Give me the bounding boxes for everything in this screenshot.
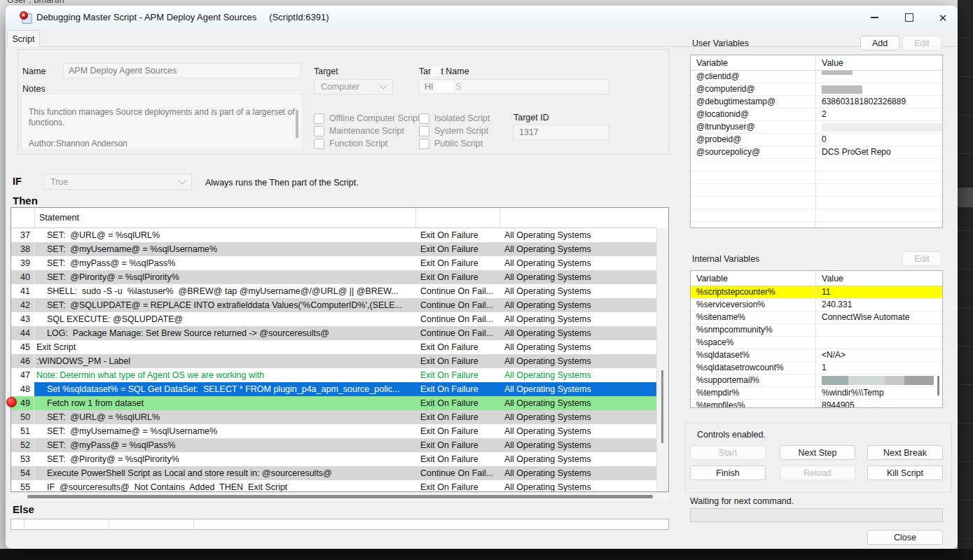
script-step-row-54[interactable]: 54Execute PowerShell Script as Local and… — [11, 466, 657, 480]
step-statement: SET: @myPass@ = %sqlPass% — [34, 256, 415, 270]
variable-row[interactable]: %sqldatasetrowcount%1 — [691, 362, 942, 374]
script-flag-public-script[interactable]: Public Script — [419, 137, 490, 150]
variable-row[interactable]: %tempfiles%8944905 — [691, 400, 942, 408]
finish-button[interactable]: Finish — [690, 465, 766, 480]
add-user-variable-button[interactable]: Add — [860, 36, 899, 50]
script-flag-system-script[interactable]: System Script — [419, 125, 490, 137]
then-horizontal-scrollbar[interactable] — [11, 493, 669, 500]
user-variables-rows: @clientid@@computerid@@debugtimestamp@63… — [691, 71, 942, 228]
next-step-button-label: Next Step — [799, 448, 837, 458]
variable-value: 638603181802326889 — [815, 96, 942, 108]
script-step-row-51[interactable]: 51SET: @myUsername@ = %sqlUsername%Exit … — [11, 424, 657, 438]
script-step-row-39[interactable]: 39SET: @myPass@ = %sqlPass%Exit On Failu… — [11, 256, 657, 270]
script-step-row-37[interactable]: 37SET: @URL@ = %sqlURL%Exit On FailureAl… — [11, 228, 657, 242]
script-step-row-45[interactable]: 45Exit ScriptExit On FailureAll Operatin… — [11, 340, 657, 354]
variable-value — [815, 121, 942, 133]
target-id-field[interactable]: 1317 — [513, 125, 609, 140]
script-step-row-52[interactable]: 52SET: @myPass@ = %sqlPass%Exit On Failu… — [11, 438, 657, 452]
script-flag-isolated-script[interactable]: Isolated Script — [419, 112, 490, 125]
variable-row[interactable]: %scriptstepcounter%11 — [691, 286, 942, 299]
target-name-value-right: S — [456, 82, 462, 92]
variable-name: %snmpcommunity% — [691, 324, 815, 336]
variable-row[interactable]: @sourcepolicy@DCS ProGet Repo — [691, 146, 942, 159]
variable-row[interactable]: %serviceversion%240.331 — [691, 299, 942, 312]
tab-active-mask — [8, 46, 39, 47]
script-step-row-44[interactable]: 44LOG: Package Manage: Set Brew Source r… — [11, 326, 657, 340]
step-number: 45 — [11, 340, 34, 354]
controls-status-text: Controls enabled. — [697, 430, 766, 440]
script-step-row-46[interactable]: 46:WINDOWS_PM - LabelExit On FailureAll … — [11, 354, 657, 368]
if-condition-combobox[interactable]: True — [43, 174, 192, 190]
checkbox-icon — [419, 126, 429, 136]
checkbox-label: Maintenance Script — [329, 126, 404, 136]
variable-row[interactable]: %sqldataset%<N/A> — [691, 349, 942, 362]
script-step-row-49[interactable]: 49Fetch row 1 from datasetExit On Failur… — [11, 396, 657, 410]
step-os: All Operating Systems — [499, 312, 657, 326]
script-step-row-48[interactable]: 48Set %sqldataset% = SQL Get DataSet: SE… — [11, 382, 657, 396]
breakpoint-icon[interactable] — [6, 397, 17, 407]
close-window-button[interactable]: ✕ — [930, 8, 955, 27]
step-number: 50 — [11, 410, 34, 424]
step-number: 54 — [11, 466, 34, 480]
script-flag-offline-computer-script[interactable]: Offline Computer Script — [314, 112, 420, 125]
script-step-row-53[interactable]: 53SET: @Pirority@ = %sqlPirority%Exit On… — [11, 452, 657, 466]
script-name-field[interactable]: APM Deploy Agent Sources — [63, 63, 301, 78]
then-table-header: Statement — [11, 208, 657, 228]
chevron-down-icon — [178, 176, 186, 184]
background-dark-grid — [958, 0, 973, 560]
minimize-button[interactable] — [862, 8, 887, 27]
script-flag-function-script[interactable]: Function Script — [314, 137, 420, 150]
variable-value — [815, 83, 942, 95]
background-bottom-strip — [0, 549, 973, 560]
variable-row[interactable]: @ltrunbyuser@ — [691, 121, 942, 134]
variable-row[interactable]: %supportemail% — [691, 374, 942, 387]
script-step-row-42[interactable]: 42SET: @SQLUPDATE@ = REPLACE INTO extraf… — [11, 298, 657, 312]
step-os: All Operating Systems — [499, 424, 657, 438]
step-number: 43 — [11, 312, 34, 326]
step-exit-mode: Exit On Failure — [415, 368, 499, 382]
variable-name: %scriptstepcounter% — [691, 286, 815, 298]
script-flag-maintenance-script[interactable]: Maintenance Script — [314, 125, 420, 137]
variable-row[interactable]: %sitename%ConnectWise Automate — [691, 312, 942, 324]
step-exit-mode: Exit On Failure — [415, 424, 499, 438]
script-step-row-47[interactable]: 47Note: Determin what type of Agent OS w… — [11, 368, 657, 382]
close-button[interactable]: Close — [867, 530, 943, 545]
edit-button-label: Edit — [914, 254, 930, 264]
then-horizontal-scrollbar-thumb[interactable] — [27, 495, 653, 498]
step-number: 46 — [11, 354, 34, 368]
next-break-button[interactable]: Next Break — [867, 445, 943, 460]
step-number: 48 — [11, 382, 34, 396]
variable-row[interactable]: %space% — [691, 337, 942, 349]
script-step-row-50[interactable]: 50SET: @URL@ = %sqlURL%Exit On FailureAl… — [11, 410, 657, 424]
next-step-button[interactable]: Next Step — [780, 445, 855, 460]
target-name-field[interactable]: HIS — [419, 79, 609, 94]
step-statement: IF @sourceresults@ Not Contains Added TH… — [34, 480, 415, 491]
then-vertical-scrollbar[interactable] — [656, 228, 668, 491]
minimize-icon — [871, 17, 878, 18]
internal-variables-scrollbar-thumb[interactable] — [937, 376, 939, 396]
variable-row[interactable]: @computerid@ — [691, 83, 942, 96]
redacted-value — [848, 376, 885, 385]
script-step-row-41[interactable]: 41SHELL: sudo -S -u %lastuser% @BREW@ ta… — [11, 284, 657, 298]
variable-row[interactable]: %snmpcommunity% — [691, 324, 942, 337]
kill-script-button[interactable]: Kill Script — [867, 465, 943, 480]
script-step-row-43[interactable]: 43SQL EXECUTE: @SQLUPDATE@Continue On Fa… — [11, 312, 657, 326]
variable-row[interactable]: %tempdir%%windir%\\Temp — [691, 387, 942, 400]
notes-scrollbar-thumb[interactable] — [296, 110, 298, 138]
variable-row[interactable]: @probeid@0 — [691, 134, 942, 146]
target-combobox[interactable]: Computer — [314, 79, 393, 94]
script-step-row-38[interactable]: 38SET: @myUsername@ = %sqlUsername%Exit … — [11, 242, 657, 256]
tab-script[interactable]: Script — [7, 30, 40, 47]
step-os: All Operating Systems — [499, 466, 657, 480]
step-os: All Operating Systems — [499, 256, 657, 270]
variable-row[interactable]: @debugtimestamp@638603181802326889 — [691, 96, 942, 108]
then-steps-table: Statement 37SET: @URL@ = %sqlURL%Exit On… — [11, 207, 669, 492]
step-statement: SET: @myPass@ = %sqlPass% — [34, 438, 415, 452]
notes-field[interactable]: This function manages Source deployments… — [21, 94, 303, 150]
maximize-button[interactable] — [897, 8, 922, 27]
variable-row[interactable]: @clientid@ — [691, 71, 942, 83]
script-step-row-40[interactable]: 40SET: @Pirority@ = %sqlPirority%Exit On… — [11, 270, 657, 284]
then-vertical-scrollbar-thumb[interactable] — [661, 370, 663, 443]
variable-row[interactable]: @locationid@2 — [691, 108, 942, 121]
script-step-row-55[interactable]: 55IF @sourceresults@ Not Contains Added … — [11, 480, 657, 491]
